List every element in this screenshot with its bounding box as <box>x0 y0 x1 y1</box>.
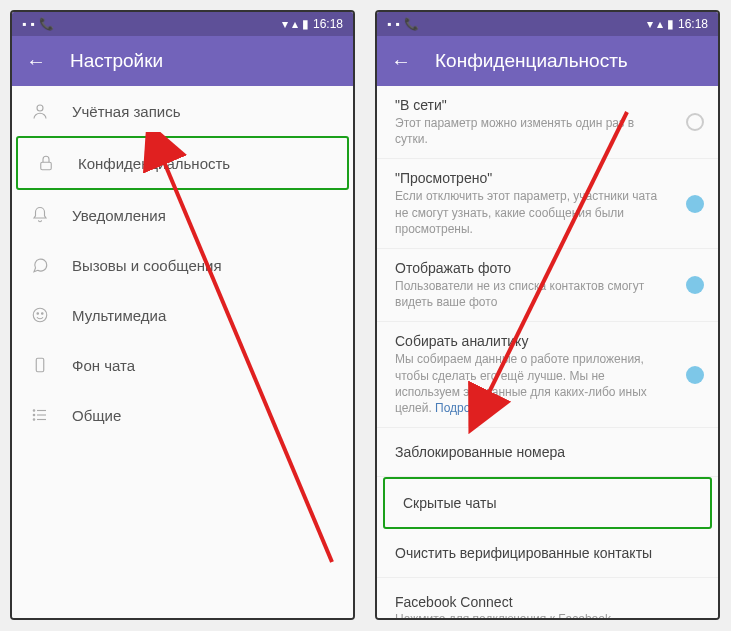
back-arrow-icon[interactable]: ← <box>391 50 411 73</box>
media-icon <box>30 305 50 325</box>
priv-title: Отображать фото <box>395 260 700 276</box>
settings-label: Конфиденциальность <box>78 155 230 172</box>
back-arrow-icon[interactable]: ← <box>26 50 46 73</box>
status-icon-notif2: ▪ <box>30 17 34 31</box>
status-icon-notif2: ▪ <box>395 17 399 31</box>
svg-point-2 <box>33 308 47 322</box>
priv-desc: Этот параметр можно изменять один раз в … <box>395 115 700 147</box>
signal-icon: ▴ <box>292 17 298 31</box>
settings-item-calls[interactable]: Вызовы и сообщения <box>12 240 353 290</box>
settings-label: Общие <box>72 407 121 424</box>
status-bar: ▪ ▪ 📞 ▾ ▴ ▮ 16:18 <box>12 12 353 36</box>
list-icon <box>30 405 50 425</box>
svg-rect-5 <box>36 358 44 372</box>
battery-icon: ▮ <box>302 17 309 31</box>
svg-point-4 <box>42 313 44 315</box>
phone-bg-icon <box>30 355 50 375</box>
phone-screen-settings: ▪ ▪ 📞 ▾ ▴ ▮ 16:18 ← Настройки Учётная за… <box>10 10 355 620</box>
priv-title: "Просмотрено" <box>395 170 700 186</box>
settings-item-account[interactable]: Учётная запись <box>12 86 353 136</box>
toggle-icon[interactable] <box>686 195 704 213</box>
settings-list: Учётная запись Конфиденциальность Уведом… <box>12 86 353 618</box>
svg-point-3 <box>37 313 39 315</box>
wifi-icon: ▾ <box>282 17 288 31</box>
settings-label: Учётная запись <box>72 103 181 120</box>
status-icon-phone: 📞 <box>39 17 54 31</box>
phone-screen-privacy: ▪ ▪ 📞 ▾ ▴ ▮ 16:18 ← Конфиденциальность "… <box>375 10 720 620</box>
priv-desc: Мы собираем данные о работе приложения, … <box>395 351 700 416</box>
page-title: Конфиденциальность <box>435 50 628 72</box>
status-icon-notif: ▪ <box>22 17 26 31</box>
toggle-icon[interactable] <box>686 276 704 294</box>
status-icon-phone: 📞 <box>404 17 419 31</box>
status-time: 16:18 <box>678 17 708 31</box>
settings-label: Мультимедиа <box>72 307 166 324</box>
privacy-item-online[interactable]: "В сети" Этот параметр можно изменять од… <box>377 86 718 159</box>
app-bar: ← Настройки <box>12 36 353 86</box>
priv-desc: Если отключить этот параметр, участники … <box>395 188 700 237</box>
svg-point-9 <box>33 410 35 412</box>
more-link[interactable]: Подробнее <box>435 401 497 415</box>
settings-label: Фон чата <box>72 357 135 374</box>
toggle-icon[interactable] <box>686 113 704 131</box>
wifi-icon: ▾ <box>647 17 653 31</box>
battery-icon: ▮ <box>667 17 674 31</box>
privacy-item-clear-verified[interactable]: Очистить верифицированные контакты <box>377 529 718 578</box>
app-bar: ← Конфиденциальность <box>377 36 718 86</box>
bell-icon <box>30 205 50 225</box>
privacy-item-photo[interactable]: Отображать фото Пользователи не из списк… <box>377 249 718 322</box>
signal-icon: ▴ <box>657 17 663 31</box>
privacy-item-blocked[interactable]: Заблокированные номера <box>377 428 718 477</box>
svg-point-0 <box>37 105 43 111</box>
settings-label: Уведомления <box>72 207 166 224</box>
svg-point-10 <box>33 414 35 416</box>
privacy-item-facebook[interactable]: Facebook Connect Нажмите для подключения… <box>377 578 718 618</box>
privacy-list: "В сети" Этот параметр можно изменять од… <box>377 86 718 618</box>
status-icon-notif: ▪ <box>387 17 391 31</box>
priv-desc: Пользователи не из списка контактов смог… <box>395 278 700 310</box>
settings-label: Вызовы и сообщения <box>72 257 222 274</box>
toggle-icon[interactable] <box>686 366 704 384</box>
settings-item-background[interactable]: Фон чата <box>12 340 353 390</box>
chat-icon <box>30 255 50 275</box>
user-icon <box>30 101 50 121</box>
privacy-item-analytics[interactable]: Собирать аналитику Мы собираем данные о … <box>377 322 718 428</box>
lock-icon <box>36 153 56 173</box>
status-bar: ▪ ▪ 📞 ▾ ▴ ▮ 16:18 <box>377 12 718 36</box>
settings-item-privacy[interactable]: Конфиденциальность <box>16 136 349 190</box>
svg-rect-1 <box>41 162 52 170</box>
svg-point-11 <box>33 419 35 421</box>
status-time: 16:18 <box>313 17 343 31</box>
settings-item-media[interactable]: Мультимедиа <box>12 290 353 340</box>
privacy-item-hidden-chats[interactable]: Скрытые чаты <box>383 477 712 529</box>
page-title: Настройки <box>70 50 163 72</box>
privacy-item-seen[interactable]: "Просмотрено" Если отключить этот параме… <box>377 159 718 249</box>
priv-title: Собирать аналитику <box>395 333 700 349</box>
priv-title: "В сети" <box>395 97 700 113</box>
settings-item-general[interactable]: Общие <box>12 390 353 440</box>
settings-item-notifications[interactable]: Уведомления <box>12 190 353 240</box>
